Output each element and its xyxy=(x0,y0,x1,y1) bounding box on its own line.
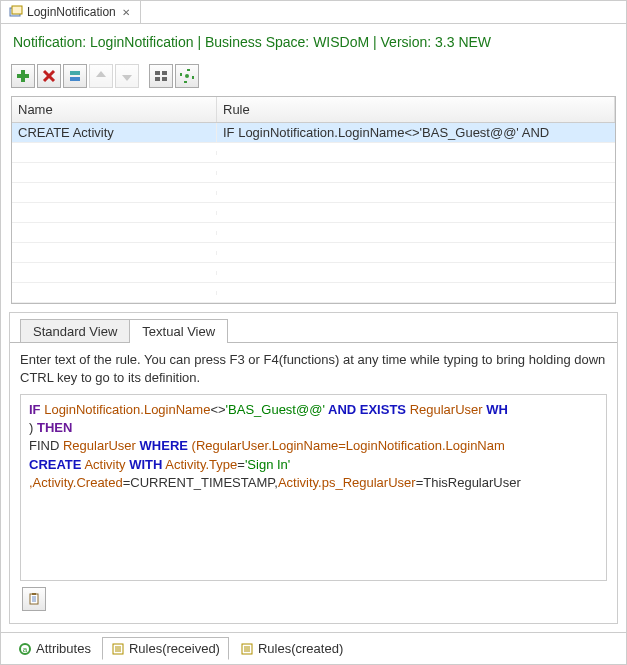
tab-label: Attributes xyxy=(36,641,91,656)
add-button[interactable] xyxy=(11,64,35,88)
svg-rect-11 xyxy=(162,77,167,81)
svg-rect-6 xyxy=(70,71,80,75)
tab-label: Rules(created) xyxy=(258,641,343,656)
tab-label: Rules(received) xyxy=(129,641,220,656)
attributes-icon: a xyxy=(18,642,32,656)
hint-text: Enter text of the rule. You can press F3… xyxy=(20,351,607,386)
editor-tab-login-notification[interactable]: LoginNotification ✕ xyxy=(1,1,141,23)
table-row-empty xyxy=(12,183,615,203)
svg-point-12 xyxy=(185,74,189,78)
tab-standard-view[interactable]: Standard View xyxy=(20,319,130,343)
editor-footer-toolbar xyxy=(20,581,607,615)
cell-name: CREATE Activity xyxy=(12,123,217,142)
browse-button[interactable] xyxy=(149,64,173,88)
textual-view-content: Enter text of the rule. You can press F3… xyxy=(10,342,617,623)
editor-tabbar: LoginNotification ✕ xyxy=(1,1,626,24)
view-tabs: Standard View Textual View xyxy=(20,319,617,343)
table-row-empty xyxy=(12,283,615,303)
header-info: Notification: LoginNotification | Busine… xyxy=(1,24,626,60)
svg-rect-18 xyxy=(32,593,36,595)
table-row-empty xyxy=(12,163,615,183)
table-row-empty xyxy=(12,243,615,263)
svg-text:a: a xyxy=(23,645,28,654)
rule-editor-pane: Standard View Textual View Enter text of… xyxy=(9,312,618,624)
rules-icon xyxy=(111,642,125,656)
rules-table: Name Rule CREATE Activity IF LoginNotifi… xyxy=(11,96,616,304)
table-row[interactable]: CREATE Activity IF LoginNotification.Log… xyxy=(12,123,615,143)
svg-rect-10 xyxy=(155,77,160,81)
table-row-empty xyxy=(12,143,615,163)
paste-button[interactable] xyxy=(22,587,46,611)
notification-icon xyxy=(9,5,23,19)
tab-rules-created[interactable]: Rules(created) xyxy=(231,637,352,660)
delete-button[interactable] xyxy=(37,64,61,88)
run-button[interactable] xyxy=(175,64,199,88)
svg-rect-7 xyxy=(70,77,80,81)
close-tab-icon[interactable]: ✕ xyxy=(120,7,132,18)
svg-rect-8 xyxy=(155,71,160,75)
bottom-tabs: a Attributes Rules(received) Rules(creat… xyxy=(1,632,626,664)
table-row-empty xyxy=(12,203,615,223)
cell-rule: IF LoginNotification.LoginName<>'BAS_Gue… xyxy=(217,123,615,142)
svg-rect-3 xyxy=(17,74,29,78)
svg-rect-1 xyxy=(12,6,22,14)
table-header: Name Rule xyxy=(12,97,615,123)
rule-text-editor[interactable]: IF LoginNotification.LoginName<>'BAS_Gue… xyxy=(20,394,607,581)
reorder-button[interactable] xyxy=(63,64,87,88)
table-row-empty xyxy=(12,223,615,243)
tab-attributes[interactable]: a Attributes xyxy=(9,637,100,660)
editor-tab-label: LoginNotification xyxy=(27,5,116,19)
svg-rect-9 xyxy=(162,71,167,75)
move-down-button xyxy=(115,64,139,88)
column-header-name[interactable]: Name xyxy=(12,97,217,122)
rules-icon xyxy=(240,642,254,656)
tab-rules-received[interactable]: Rules(received) xyxy=(102,637,229,660)
table-row-empty xyxy=(12,263,615,283)
tab-textual-view[interactable]: Textual View xyxy=(129,319,228,343)
move-up-button xyxy=(89,64,113,88)
column-header-rule[interactable]: Rule xyxy=(217,97,615,122)
toolbar xyxy=(1,60,626,92)
